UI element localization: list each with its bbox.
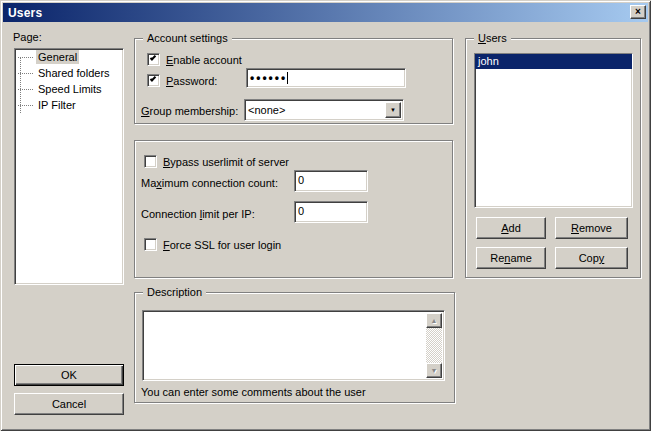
description-scrollbar[interactable]: ▲ ▼	[426, 313, 442, 378]
force-ssl-label[interactable]: Force SSL for user login	[163, 239, 281, 251]
tree-item-ip-filter[interactable]: IP Filter	[15, 97, 123, 113]
checkmark-icon	[150, 75, 156, 81]
enable-account-checkbox[interactable]	[147, 53, 160, 66]
page-label: Page:	[13, 31, 42, 43]
rename-user-button-label: Rename	[490, 252, 532, 264]
tree-item-label: IP Filter	[36, 98, 78, 112]
close-button[interactable]: ×	[630, 5, 646, 19]
password-masked-value: ••••••	[250, 71, 287, 85]
connection-limits-group: Bypass userlimit of server Maximum conne…	[134, 140, 453, 278]
scroll-up-icon: ▲	[431, 317, 438, 324]
copy-user-button-label: Copy	[579, 252, 605, 264]
cancel-button-label: Cancel	[52, 398, 86, 410]
connection-limit-per-ip-label: Connection limit per IP:	[141, 208, 255, 220]
description-textarea[interactable]: ▲ ▼	[142, 310, 445, 381]
tree-item-speed-limits[interactable]: Speed Limits	[15, 81, 123, 97]
users-group: Users john Add Remove Rename Copy	[465, 38, 641, 278]
tree-item-label: General	[36, 50, 79, 64]
scroll-down-icon: ▼	[431, 367, 438, 374]
users-listbox[interactable]: john	[474, 53, 633, 208]
tree-item-label: Speed Limits	[36, 82, 104, 96]
description-group: Description ▲ ▼ You can enter some comme…	[134, 292, 455, 403]
add-user-button-label: Add	[501, 222, 521, 234]
group-membership-label: Group membership:	[141, 105, 238, 117]
tree-branch-line	[18, 73, 33, 74]
account-settings-title: Account settings	[143, 31, 232, 45]
max-connection-count-value: 0	[298, 174, 304, 186]
force-ssl-checkbox[interactable]	[144, 238, 157, 251]
checkmark-icon	[150, 54, 156, 60]
bypass-userlimit-label[interactable]: Bypass userlimit of server	[163, 156, 289, 168]
bypass-userlimit-checkbox[interactable]	[144, 155, 157, 168]
tree-branch-line	[18, 89, 33, 90]
text-caret	[287, 72, 288, 84]
description-title: Description	[143, 285, 206, 299]
remove-user-button[interactable]: Remove	[555, 217, 628, 239]
tree-branch-line	[18, 57, 33, 58]
group-membership-value: <none>	[248, 103, 285, 117]
scroll-up-button[interactable]: ▲	[426, 313, 442, 328]
max-connection-count-label: Maximum connection count:	[141, 177, 278, 189]
add-user-button[interactable]: Add	[476, 217, 546, 239]
remove-user-button-label: Remove	[571, 222, 612, 234]
scroll-down-button[interactable]: ▼	[426, 363, 442, 378]
enable-account-label[interactable]: Enable account	[166, 54, 242, 66]
account-settings-group: Account settings Enable account Password…	[134, 38, 453, 124]
dropdown-button[interactable]: ▼	[385, 102, 401, 118]
tree-item-shared-folders[interactable]: Shared folders	[15, 65, 123, 81]
chevron-down-icon: ▼	[390, 107, 396, 113]
description-caption: You can enter some comments about the us…	[141, 386, 366, 398]
users-dialog: Users × Page: General Shared folders Spe…	[0, 0, 651, 431]
group-membership-select[interactable]: <none> ▼	[244, 99, 404, 121]
users-group-title: Users	[474, 31, 511, 45]
window-title: Users	[8, 6, 42, 20]
connection-limit-per-ip-value: 0	[298, 205, 304, 217]
ok-button[interactable]: OK	[14, 364, 124, 386]
tree-branch-line	[18, 105, 33, 106]
title-bar: Users ×	[3, 3, 648, 22]
ok-button-label: OK	[61, 369, 77, 381]
tree-item-label: Shared folders	[36, 66, 112, 80]
rename-user-button[interactable]: Rename	[476, 247, 546, 269]
password-checkbox[interactable]	[147, 74, 160, 87]
page-tree[interactable]: General Shared folders Speed Limits IP F…	[14, 48, 124, 285]
tree-item-general[interactable]: General	[15, 49, 123, 65]
password-input[interactable]: ••••••	[246, 68, 406, 88]
copy-user-button[interactable]: Copy	[555, 247, 628, 269]
user-list-item[interactable]: john	[475, 54, 632, 69]
connection-limit-per-ip-input[interactable]: 0	[294, 201, 368, 223]
max-connection-count-input[interactable]: 0	[294, 170, 368, 192]
password-label[interactable]: Password:	[166, 75, 217, 87]
cancel-button[interactable]: Cancel	[14, 393, 124, 415]
close-icon: ×	[635, 7, 641, 17]
